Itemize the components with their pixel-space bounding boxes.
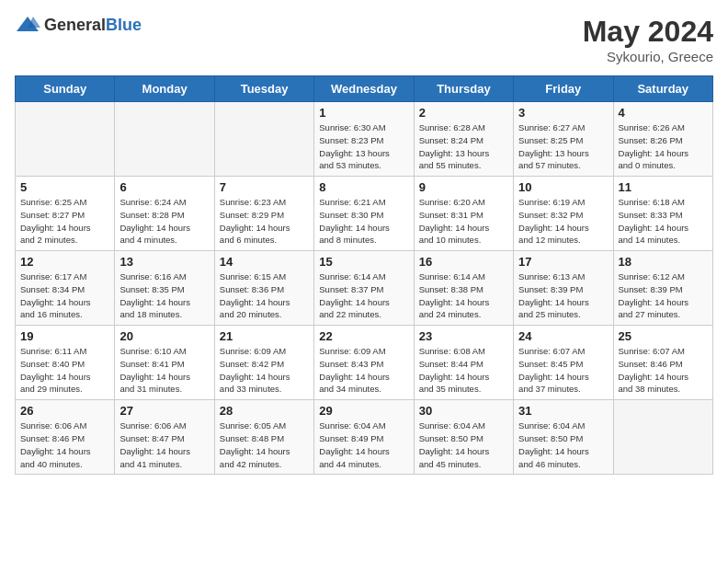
calendar-table: SundayMondayTuesdayWednesdayThursdayFrid…: [15, 75, 713, 475]
calendar-cell: 2Sunrise: 6:28 AM Sunset: 8:24 PM Daylig…: [414, 102, 513, 177]
calendar-cell: 5Sunrise: 6:25 AM Sunset: 8:27 PM Daylig…: [16, 177, 115, 251]
day-number: 20: [119, 329, 209, 343]
day-number: 11: [619, 180, 708, 194]
day-number: 31: [518, 404, 608, 418]
day-of-week-header: Wednesday: [314, 76, 414, 102]
calendar-cell: 1Sunrise: 6:30 AM Sunset: 8:23 PM Daylig…: [314, 102, 414, 177]
calendar-cell: 28Sunrise: 6:05 AM Sunset: 8:48 PM Dayli…: [214, 400, 313, 475]
calendar-cell: 30Sunrise: 6:04 AM Sunset: 8:50 PM Dayli…: [414, 400, 513, 475]
day-of-week-header: Monday: [115, 76, 214, 102]
calendar-cell: 19Sunrise: 6:11 AM Sunset: 8:40 PM Dayli…: [16, 326, 115, 400]
day-number: 6: [119, 180, 209, 194]
calendar-cell: 21Sunrise: 6:09 AM Sunset: 8:42 PM Dayli…: [214, 326, 313, 400]
logo: GeneralBlue: [15, 15, 142, 35]
day-info: Sunrise: 6:09 AM Sunset: 8:42 PM Dayligh…: [220, 345, 309, 396]
day-info: Sunrise: 6:13 AM Sunset: 8:39 PM Dayligh…: [518, 270, 608, 321]
day-info: Sunrise: 6:18 AM Sunset: 8:33 PM Dayligh…: [619, 196, 708, 247]
calendar-cell: 12Sunrise: 6:17 AM Sunset: 8:34 PM Dayli…: [16, 251, 115, 326]
day-of-week-header: Sunday: [16, 76, 115, 102]
logo-general: General: [44, 16, 106, 34]
day-number: 18: [619, 255, 708, 269]
day-number: 26: [20, 404, 109, 418]
calendar-cell: 27Sunrise: 6:06 AM Sunset: 8:47 PM Dayli…: [115, 400, 214, 475]
day-info: Sunrise: 6:05 AM Sunset: 8:48 PM Dayligh…: [220, 419, 309, 470]
calendar-cell: 14Sunrise: 6:15 AM Sunset: 8:36 PM Dayli…: [214, 251, 313, 326]
day-info: Sunrise: 6:10 AM Sunset: 8:41 PM Dayligh…: [119, 345, 209, 396]
day-number: 29: [319, 404, 408, 418]
logo-text: GeneralBlue: [44, 16, 142, 35]
day-info: Sunrise: 6:16 AM Sunset: 8:35 PM Dayligh…: [119, 270, 209, 321]
calendar-cell: 15Sunrise: 6:14 AM Sunset: 8:37 PM Dayli…: [314, 251, 414, 326]
calendar-cell: 6Sunrise: 6:24 AM Sunset: 8:28 PM Daylig…: [115, 177, 214, 251]
day-of-week-header: Thursday: [414, 76, 513, 102]
calendar-cell: 17Sunrise: 6:13 AM Sunset: 8:39 PM Dayli…: [514, 251, 613, 326]
calendar-cell: 4Sunrise: 6:26 AM Sunset: 8:26 PM Daylig…: [613, 102, 712, 177]
day-number: 19: [20, 329, 109, 343]
day-number: 21: [220, 329, 309, 343]
day-number: 2: [419, 106, 508, 120]
day-info: Sunrise: 6:28 AM Sunset: 8:24 PM Dayligh…: [419, 121, 508, 172]
calendar-cell: 29Sunrise: 6:04 AM Sunset: 8:49 PM Dayli…: [314, 400, 414, 475]
calendar-cell: 24Sunrise: 6:07 AM Sunset: 8:45 PM Dayli…: [514, 326, 613, 400]
day-number: 9: [419, 180, 508, 194]
day-number: 30: [419, 404, 508, 418]
page-header: GeneralBlue May 2024 Sykourio, Greece: [15, 15, 713, 64]
day-number: 14: [220, 255, 309, 269]
calendar-week-row: 5Sunrise: 6:25 AM Sunset: 8:27 PM Daylig…: [16, 177, 713, 251]
calendar-cell: 16Sunrise: 6:14 AM Sunset: 8:38 PM Dayli…: [414, 251, 513, 326]
day-number: 28: [220, 404, 309, 418]
calendar-cell: [115, 102, 214, 177]
location: Sykourio, Greece: [583, 49, 713, 64]
day-number: 10: [518, 180, 608, 194]
day-info: Sunrise: 6:07 AM Sunset: 8:45 PM Dayligh…: [518, 345, 608, 396]
day-info: Sunrise: 6:09 AM Sunset: 8:43 PM Dayligh…: [319, 345, 408, 396]
calendar-cell: 7Sunrise: 6:23 AM Sunset: 8:29 PM Daylig…: [214, 177, 313, 251]
calendar-week-row: 19Sunrise: 6:11 AM Sunset: 8:40 PM Dayli…: [16, 326, 713, 400]
day-number: 24: [518, 329, 608, 343]
day-number: 22: [319, 329, 408, 343]
day-info: Sunrise: 6:30 AM Sunset: 8:23 PM Dayligh…: [319, 121, 408, 172]
day-info: Sunrise: 6:21 AM Sunset: 8:30 PM Dayligh…: [319, 196, 408, 247]
day-info: Sunrise: 6:23 AM Sunset: 8:29 PM Dayligh…: [220, 196, 309, 247]
day-info: Sunrise: 6:06 AM Sunset: 8:46 PM Dayligh…: [20, 419, 109, 470]
day-number: 23: [419, 329, 508, 343]
calendar-cell: [16, 102, 115, 177]
day-of-week-header: Friday: [514, 76, 613, 102]
calendar-cell: 25Sunrise: 6:07 AM Sunset: 8:46 PM Dayli…: [613, 326, 712, 400]
day-number: 5: [20, 180, 109, 194]
calendar-cell: 13Sunrise: 6:16 AM Sunset: 8:35 PM Dayli…: [115, 251, 214, 326]
day-info: Sunrise: 6:26 AM Sunset: 8:26 PM Dayligh…: [619, 121, 708, 172]
day-number: 17: [518, 255, 608, 269]
day-info: Sunrise: 6:19 AM Sunset: 8:32 PM Dayligh…: [518, 196, 608, 247]
day-info: Sunrise: 6:11 AM Sunset: 8:40 PM Dayligh…: [20, 345, 109, 396]
calendar-cell: 18Sunrise: 6:12 AM Sunset: 8:39 PM Dayli…: [613, 251, 712, 326]
calendar-cell: 10Sunrise: 6:19 AM Sunset: 8:32 PM Dayli…: [514, 177, 613, 251]
day-info: Sunrise: 6:04 AM Sunset: 8:49 PM Dayligh…: [319, 419, 408, 470]
calendar-week-row: 26Sunrise: 6:06 AM Sunset: 8:46 PM Dayli…: [16, 400, 713, 475]
day-info: Sunrise: 6:24 AM Sunset: 8:28 PM Dayligh…: [119, 196, 209, 247]
day-number: 1: [319, 106, 408, 120]
day-info: Sunrise: 6:07 AM Sunset: 8:46 PM Dayligh…: [619, 345, 708, 396]
calendar-cell: 9Sunrise: 6:20 AM Sunset: 8:31 PM Daylig…: [414, 177, 513, 251]
day-number: 12: [20, 255, 109, 269]
day-info: Sunrise: 6:12 AM Sunset: 8:39 PM Dayligh…: [619, 270, 708, 321]
day-info: Sunrise: 6:17 AM Sunset: 8:34 PM Dayligh…: [20, 270, 109, 321]
logo-icon: [15, 15, 40, 35]
calendar-week-row: 1Sunrise: 6:30 AM Sunset: 8:23 PM Daylig…: [16, 102, 713, 177]
day-number: 25: [619, 329, 708, 343]
day-info: Sunrise: 6:08 AM Sunset: 8:44 PM Dayligh…: [419, 345, 508, 396]
day-info: Sunrise: 6:15 AM Sunset: 8:36 PM Dayligh…: [220, 270, 309, 321]
day-info: Sunrise: 6:04 AM Sunset: 8:50 PM Dayligh…: [419, 419, 508, 470]
day-number: 8: [319, 180, 408, 194]
day-number: 7: [220, 180, 309, 194]
calendar-cell: 20Sunrise: 6:10 AM Sunset: 8:41 PM Dayli…: [115, 326, 214, 400]
day-number: 3: [518, 106, 608, 120]
calendar-cell: [214, 102, 313, 177]
day-info: Sunrise: 6:14 AM Sunset: 8:38 PM Dayligh…: [419, 270, 508, 321]
day-of-week-header: Tuesday: [214, 76, 313, 102]
calendar-cell: 8Sunrise: 6:21 AM Sunset: 8:30 PM Daylig…: [314, 177, 414, 251]
calendar-cell: 26Sunrise: 6:06 AM Sunset: 8:46 PM Dayli…: [16, 400, 115, 475]
day-number: 4: [619, 106, 708, 120]
day-info: Sunrise: 6:06 AM Sunset: 8:47 PM Dayligh…: [119, 419, 209, 470]
day-number: 15: [319, 255, 408, 269]
